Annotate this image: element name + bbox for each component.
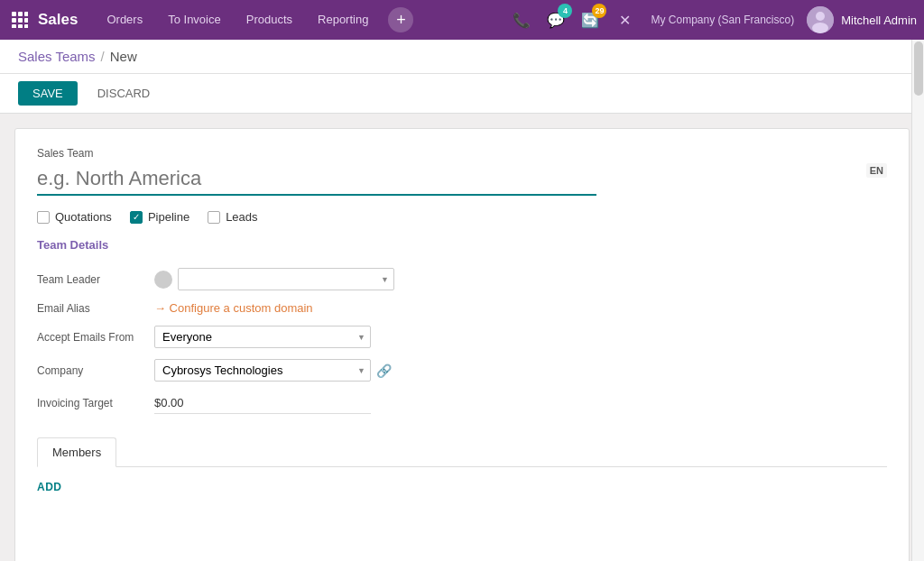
invoicing-target-row: Invoicing Target [37, 387, 887, 419]
breadcrumb-parent[interactable]: Sales Teams [18, 49, 96, 64]
menu-orders[interactable]: Orders [96, 7, 153, 32]
sales-team-label: Sales Team [37, 147, 887, 160]
add-menu-button[interactable]: + [388, 7, 413, 32]
username[interactable]: Mitchell Admin [841, 14, 917, 27]
app-brand[interactable]: Sales [38, 11, 78, 29]
activity-icon[interactable]: 🔄 29 [577, 6, 604, 33]
menu-products[interactable]: Products [236, 7, 303, 32]
save-button[interactable]: SAVE [18, 81, 78, 106]
scrollbar-thumb[interactable] [914, 41, 923, 96]
members-tab-content: ADD [37, 467, 887, 506]
company-select[interactable]: Cybrosys Technologies [154, 359, 371, 382]
email-alias-row: Email Alias → Configure a custom domain [37, 296, 887, 320]
sales-team-input[interactable] [37, 163, 596, 196]
discard-button[interactable]: DISCARD [87, 81, 162, 106]
menu-to-invoice[interactable]: To Invoice [157, 7, 232, 32]
chat-icon[interactable]: 💬 4 [542, 6, 569, 33]
tab-members[interactable]: Members [37, 437, 116, 467]
menu-reporting[interactable]: Reporting [307, 7, 379, 32]
breadcrumb-area: Sales Teams / New [0, 40, 924, 74]
company-select-wrapper[interactable]: Cybrosys Technologies [154, 359, 371, 382]
svg-rect-2 [24, 12, 28, 16]
grid-menu-icon[interactable] [7, 7, 32, 32]
form-card: Sales Team EN Quotations Pipeline Leads [14, 128, 910, 561]
accept-emails-label: Accept Emails From [37, 320, 154, 354]
configure-domain-link[interactable]: → Configure a custom domain [154, 301, 887, 315]
breadcrumb-current: New [110, 49, 137, 64]
svg-rect-3 [12, 18, 16, 23]
invoicing-target-label: Invoicing Target [37, 387, 154, 419]
chat-badge: 4 [558, 4, 572, 18]
accept-emails-row: Accept Emails From Everyone Authenticate… [37, 320, 887, 354]
company-input-row: Cybrosys Technologies 🔗 [154, 359, 887, 382]
team-leader-input-row [154, 268, 887, 290]
svg-rect-7 [18, 24, 23, 28]
pipeline-label: Pipeline [148, 210, 189, 224]
quotations-checkbox-box[interactable] [37, 211, 50, 224]
main-content: Sales Team EN Quotations Pipeline Leads [0, 114, 924, 561]
svg-rect-5 [24, 18, 28, 23]
accept-emails-select[interactable]: Everyone Authenticated Users Followers O… [154, 326, 371, 348]
topnav-right-actions: 📞 💬 4 🔄 29 ✕ My Company (San Francisco) … [508, 6, 917, 33]
email-alias-label: Email Alias [37, 296, 154, 320]
svg-rect-0 [12, 12, 16, 16]
tabs-row: Members [37, 437, 887, 467]
svg-rect-6 [12, 24, 16, 28]
activity-badge: 29 [592, 4, 606, 18]
team-leader-row: Team Leader [37, 262, 887, 296]
pipeline-checkbox[interactable]: Pipeline [130, 210, 189, 224]
svg-point-10 [816, 12, 825, 21]
leads-checkbox[interactable]: Leads [208, 210, 257, 224]
sales-team-row: EN [37, 163, 887, 196]
svg-rect-1 [18, 12, 23, 16]
scrollbar-track [911, 40, 924, 561]
language-badge[interactable]: EN [866, 163, 887, 178]
close-icon[interactable]: ✕ [611, 6, 638, 33]
quotations-label: Quotations [55, 210, 112, 224]
action-bar: SAVE DISCARD [0, 74, 924, 114]
accept-emails-select-wrapper[interactable]: Everyone Authenticated Users Followers O… [154, 326, 371, 348]
team-details-table: Team Leader [37, 262, 887, 419]
svg-point-11 [812, 23, 828, 33]
leads-label: Leads [226, 210, 257, 224]
team-leader-label: Team Leader [37, 262, 154, 296]
company-external-link-icon[interactable]: 🔗 [376, 363, 392, 378]
pipeline-checkbox-box[interactable] [130, 211, 143, 224]
phone-icon[interactable]: 📞 [508, 6, 535, 33]
top-menu: Orders To Invoice Products Reporting + [96, 7, 508, 32]
team-leader-select-wrapper[interactable] [178, 268, 394, 290]
team-details-section-title: Team Details [37, 238, 887, 252]
quotations-checkbox[interactable]: Quotations [37, 210, 112, 224]
svg-rect-4 [18, 18, 23, 23]
team-leader-select[interactable] [178, 268, 394, 290]
company-name: My Company (San Francisco) [651, 14, 794, 26]
top-navigation: Sales Orders To Invoice Products Reporti… [0, 0, 924, 40]
breadcrumb-separator: / [101, 49, 105, 64]
breadcrumb: Sales Teams / New [18, 49, 137, 64]
company-label: Company [37, 354, 154, 387]
svg-rect-8 [24, 24, 28, 28]
checkboxes-row: Quotations Pipeline Leads [37, 210, 887, 224]
team-leader-avatar [154, 271, 172, 289]
leads-checkbox-box[interactable] [208, 211, 220, 224]
user-avatar[interactable] [807, 6, 834, 33]
company-row: Company Cybrosys Technologies 🔗 [37, 354, 887, 387]
invoicing-target-input[interactable] [154, 392, 371, 414]
add-member-button[interactable]: ADD [37, 481, 62, 493]
